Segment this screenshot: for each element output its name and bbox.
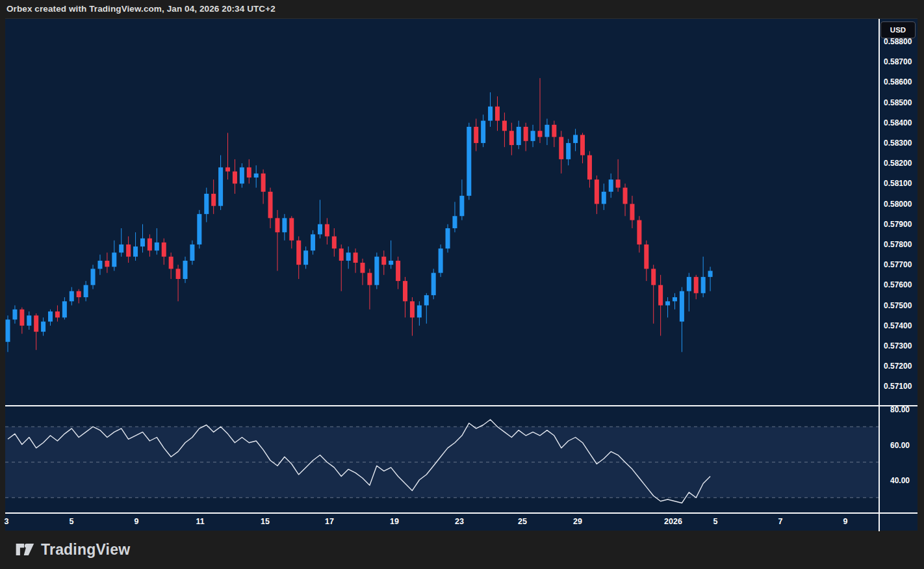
time-label: 15 [261,517,270,526]
tradingview-logo-icon [14,539,35,560]
candlestick-series [6,78,713,352]
candle-body [573,135,578,142]
pane-separator-bottom[interactable] [5,512,918,514]
price-label: 0.57600 [884,280,912,289]
candle-body [332,236,337,248]
candle-body [169,257,173,269]
price-label: 0.57100 [884,382,912,391]
candle-body [524,127,528,141]
candle-body [361,263,365,273]
candle-body [105,261,109,267]
chart-title: Orbex created with TradingView.com, Jan … [6,0,276,18]
candle-body [658,285,663,305]
candle-body [495,107,500,121]
candle-body [474,127,478,143]
candle-body [233,172,237,184]
candle-body [183,261,188,279]
price-axis[interactable]: 0.588000.587000.586000.585000.584000.583… [880,19,918,424]
candle-wick [710,267,711,291]
candle-body [48,311,53,322]
rsi-axis[interactable]: 80.0060.0040.00 [880,406,918,513]
candle-body [34,315,38,332]
rsi-indicator-pane[interactable] [5,406,879,513]
candle-body [126,245,131,257]
time-label: 19 [390,517,399,526]
candle-body [587,155,592,179]
candle-body [12,310,17,320]
candle-body [623,188,628,204]
price-label: 0.58000 [884,200,912,209]
candle-body [616,179,621,187]
price-label: 0.57300 [884,341,912,351]
candle-body [311,234,315,250]
candle-body [77,291,81,297]
candle-body [254,174,259,178]
candle-body [41,322,45,332]
candle-body [517,127,521,145]
candle-body [275,218,279,232]
candle-body [545,125,549,137]
time-label: 23 [455,517,464,526]
time-label: 17 [325,517,334,526]
time-axis[interactable]: 359111517192325292026579 [5,513,918,531]
candle-body [70,291,74,302]
time-label: 2026 [664,517,682,526]
candle-body [644,245,648,269]
price-label: 0.57900 [884,220,912,229]
candle-body [197,214,201,245]
candle-body [602,192,606,204]
rsi-label: 60.00 [890,441,910,450]
candle-body [417,306,422,318]
rsi-label: 80.00 [890,405,910,414]
candle-body [396,261,400,281]
time-label: 7 [778,517,783,526]
candle-body [282,218,287,232]
price-label: 0.57500 [884,301,912,310]
chart-frame: 0.588000.587000.586000.585000.584000.583… [5,18,918,531]
candle-wick [667,297,668,317]
candle-body [559,137,563,159]
time-label: 9 [843,517,848,526]
candle-body [424,295,429,306]
candle-body [190,245,194,261]
candle-body [261,174,266,192]
main-chart-pane[interactable] [5,19,879,406]
pane-separator-top[interactable] [5,405,918,406]
candle-body [148,239,152,251]
candle-body [389,261,393,265]
candle-body [296,241,301,265]
candle-body [701,277,706,293]
candle-body [119,245,123,252]
candle-body [552,125,556,137]
candle-body [339,248,344,261]
candle-body [91,269,96,285]
candle-body [566,143,571,159]
candle-body [403,281,407,301]
time-label: 3 [5,517,9,526]
currency-badge[interactable]: USD [880,21,916,38]
title-bar: Orbex created with TradingView.com, Jan … [0,0,924,18]
candle-body [673,297,677,301]
time-label: 5 [713,517,718,526]
rsi-label: 40.00 [890,476,910,485]
candle-body [410,301,415,317]
candle-wick [157,228,157,255]
price-label: 0.58200 [884,159,912,168]
price-label: 0.58300 [884,139,912,148]
candle-body [62,301,67,317]
tradingview-logo[interactable]: TradingView [14,539,130,560]
candle-body [247,167,251,178]
candle-body [595,179,599,204]
candle-body [155,243,159,250]
candle-body [225,167,230,171]
candle-body [162,243,166,257]
candle-body [112,252,116,267]
candle-body [651,269,656,285]
candle-body [176,269,181,279]
candle-body [467,127,471,196]
candle-body [488,107,493,121]
candle-body [6,319,10,341]
time-label: 11 [196,517,204,526]
price-label: 0.57200 [884,362,912,371]
candle-body [240,167,244,183]
